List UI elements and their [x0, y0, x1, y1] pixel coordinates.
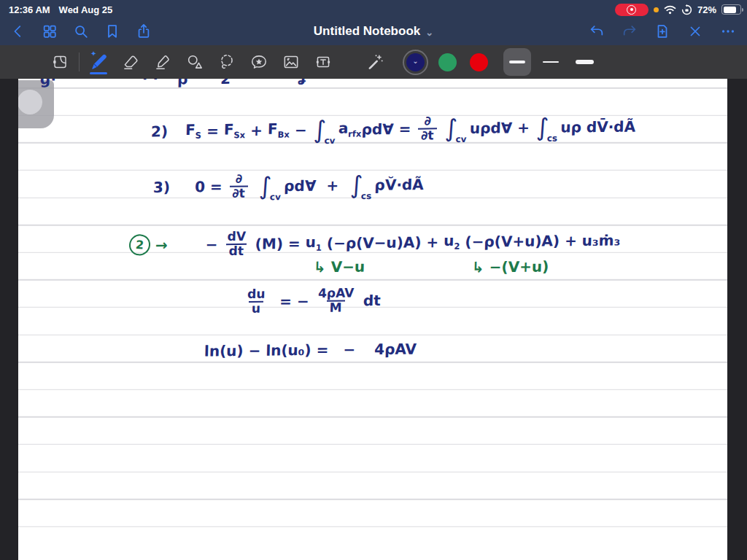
- hw-frac: ∂∂t: [229, 173, 248, 201]
- page-panel-button[interactable]: [44, 47, 76, 77]
- hw-txt: ln(u) − ln(u₀) =: [204, 341, 329, 360]
- hw-txt: 3): [153, 179, 171, 196]
- bookmark-button[interactable]: [100, 20, 124, 42]
- hw-txt: ': [261, 79, 266, 85]
- stroke-width-medium[interactable]: [503, 48, 531, 76]
- back-button[interactable]: [6, 20, 30, 42]
- hw-txt: (M) =: [250, 235, 306, 253]
- hw-int: ∫cv: [313, 119, 337, 141]
- page[interactable]: ġ·· ·p¹2'ʝ−·2)FS = FSx + FBx − ∫cvarfxρd…: [18, 79, 727, 560]
- thumbnails-grid-button[interactable]: [37, 20, 61, 42]
- tool-bar: ✦ ⌄: [0, 45, 747, 79]
- shapes-tool-button[interactable]: [179, 47, 211, 77]
- hw-txt: ʝ: [301, 79, 306, 85]
- hw-frac: dVdt: [225, 230, 248, 258]
- battery-icon: [721, 4, 741, 15]
- pointer-wand-button[interactable]: [360, 47, 392, 77]
- shapes-icon: [185, 52, 204, 71]
- notebook-title: Untitled Notebook: [314, 24, 420, 39]
- share-button[interactable]: [131, 20, 155, 42]
- lasso-tool-button[interactable]: [211, 47, 243, 77]
- status-date: Wed Aug 25: [59, 4, 113, 15]
- hw-eq-integrated: ln(u) − ln(u₀) =−4ρAV: [204, 340, 417, 359]
- hw-circ: 2: [128, 234, 152, 257]
- hw-frac: 4ρAVM: [315, 287, 356, 314]
- record-icon: [627, 5, 636, 15]
- page-panel-icon: [51, 53, 69, 71]
- add-page-button[interactable]: [650, 20, 674, 42]
- hw-txt: +: [512, 119, 535, 136]
- nav-bar: Untitled Notebook ⌄: [0, 18, 747, 45]
- hw-txt: (−ρ(V+u)A): [460, 232, 560, 250]
- hw-sub: FS: [185, 121, 202, 141]
- screen-recording-indicator[interactable]: [615, 4, 649, 16]
- mic-in-use-icon: [654, 7, 659, 12]
- hw-int: ∫cv: [444, 117, 468, 139]
- redo-button[interactable]: [617, 20, 641, 42]
- undo-button[interactable]: [584, 20, 608, 42]
- hw-txt: −: [205, 236, 222, 253]
- rotation-lock-icon: [681, 4, 692, 15]
- hw-txt: +: [245, 122, 268, 139]
- eraser-icon: [121, 52, 140, 71]
- status-time: 12:36 AM: [9, 4, 50, 15]
- pen-active-sparkle-icon: ✦: [90, 50, 96, 58]
- chevron-down-icon: ⌄: [425, 27, 433, 38]
- hw-txt: −: [349, 79, 362, 85]
- hw-sub: arfx: [338, 120, 361, 139]
- toolbar-divider: [79, 52, 80, 71]
- hw-txt: =: [201, 122, 224, 139]
- swatch-chevron-icon: ⌄: [412, 58, 418, 65]
- hw-int: ∫cs: [536, 117, 560, 139]
- close-button[interactable]: [683, 20, 707, 42]
- lasso-icon: [217, 52, 236, 71]
- hw-txt: 2): [151, 122, 169, 140]
- hw-sub: FSx: [223, 120, 245, 140]
- hw-txt: +: [421, 233, 444, 251]
- pointer-wand-icon: [366, 52, 385, 71]
- status-bar: 12:36 AM Wed Aug 25 72%: [0, 0, 747, 18]
- stroke-width-thin[interactable]: [537, 48, 565, 76]
- hw-eq-3: 3)0 = ∂∂t∫cvρd∀+∫csρV̆·dÃ: [153, 171, 425, 201]
- hw-txt: +: [560, 232, 582, 249]
- search-button[interactable]: [69, 20, 93, 42]
- hw-txt: ġ·: [40, 79, 57, 88]
- hw-txt: +: [326, 176, 338, 194]
- hw-txt: ρV̆·dÃ: [374, 176, 424, 194]
- hw-txt: −: [290, 121, 312, 139]
- more-button[interactable]: [716, 20, 740, 42]
- hw-txt: 4ρAV: [374, 340, 417, 358]
- hw-eq-momentum: 2 →− dVdt (M) = u1 (−ρ(V−u)A) + u2 (−ρ(V…: [129, 226, 621, 259]
- color-swatch-navy[interactable]: ⌄: [406, 53, 425, 71]
- photo-tool-button[interactable]: [275, 47, 307, 77]
- stroke-width-thick[interactable]: [570, 48, 598, 76]
- pen-selected-underline: [90, 72, 107, 74]
- sticker-tool-button[interactable]: [243, 47, 275, 77]
- hw-txt: uρ dV̄·dÃ: [560, 117, 635, 136]
- canvas-area: ġ·· ·p¹2'ʝ−·2)FS = FSx + FBx − ∫cvarfxρd…: [0, 79, 747, 560]
- pen-tool-button[interactable]: ✦: [82, 47, 115, 77]
- hw-txt: 0 =: [195, 178, 228, 195]
- hw-txt: ↳ −(V+u): [472, 257, 549, 276]
- hw-top-fragment: ġ·· ·p¹2'ʝ−·: [40, 79, 401, 90]
- hw-gap: [168, 244, 206, 245]
- color-swatch-green[interactable]: [438, 53, 457, 71]
- text-tool-button[interactable]: [307, 47, 339, 77]
- hw-annotation-2: ↳ −(V+u): [472, 257, 549, 276]
- hw-txt: ρd∀: [284, 176, 317, 194]
- highlighter-tool-button[interactable]: [147, 47, 179, 77]
- wifi-icon: [664, 5, 676, 15]
- hw-eq-separated: duu= −4ρAVM dt: [243, 287, 382, 316]
- hw-txt: →: [150, 236, 168, 254]
- notability-app: 12:36 AM Wed Aug 25 72%: [0, 0, 747, 560]
- hw-txt: ¹: [205, 79, 212, 86]
- highlighter-icon: [153, 52, 172, 71]
- hw-txt: dt: [358, 292, 381, 309]
- notebook-title-dropdown[interactable]: Untitled Notebook ⌄: [314, 24, 433, 39]
- hw-txt: uρd∀: [470, 119, 513, 137]
- hw-txt: ·: [395, 79, 401, 84]
- page-handle-knob: [18, 90, 42, 114]
- hw-sub: u2: [444, 232, 460, 252]
- color-swatch-red[interactable]: [470, 53, 488, 71]
- eraser-tool-button[interactable]: [115, 47, 147, 77]
